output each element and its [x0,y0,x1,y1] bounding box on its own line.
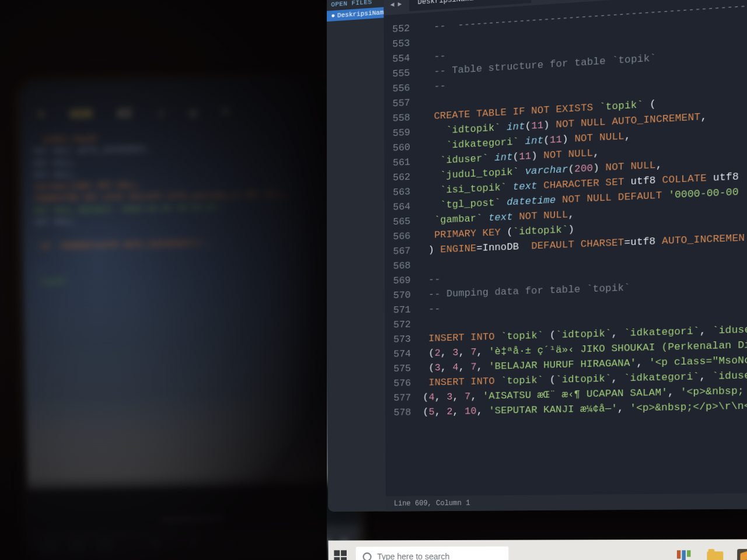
editor-status-bar: Line 609, Column 1 [386,493,747,512]
open-files-sidebar[interactable]: OPEN FILES ●DeskripsiNama [325,0,386,512]
windows-start-icon[interactable] [334,550,347,560]
search-icon [363,552,372,560]
next-tab-icon[interactable]: ▶ [396,0,403,8]
code-editor-window: OPEN FILES ●DeskripsiNama ◀ ▶ DeskripsiN… [325,0,747,512]
line-number-gutter: 5525535545555565575585595605615625635645… [384,13,418,496]
phone-status-bar: ◦••• [20,77,351,100]
laptop-screen: OPEN FILES ●DeskripsiNama ◀ ▶ DeskripsiN… [325,0,747,558]
search-placeholder: Type here to search [377,552,449,560]
taskbar-tray [677,549,747,560]
code-viewport[interactable]: 5525535545555565575585595605615625635645… [384,0,747,496]
phone-mirrored-code: `judul_topik` NOT NULL AUTO_INCREMENT, N… [21,127,354,289]
file-explorer-icon[interactable] [707,551,723,560]
modified-dot-icon: ● [331,12,335,20]
windows-taskbar: Type here to search [328,539,747,560]
library-icon[interactable] [677,550,693,560]
cursor-position: Line 609, Column 1 [394,499,470,508]
taskbar-search-input[interactable]: Type here to search [356,547,509,560]
sublime-text-icon[interactable] [737,549,747,560]
code-content[interactable]: -- -------------------------------------… [417,0,747,496]
phone-camera-toolbar: + HDR AI ⚡ ⚙ ≡ [20,94,351,132]
prev-tab-icon[interactable]: ◀ [389,0,396,8]
foreground-phone: ◦••• + HDR AI ⚡ ⚙ ≡ `judul_topik` NOT NU… [13,70,366,560]
